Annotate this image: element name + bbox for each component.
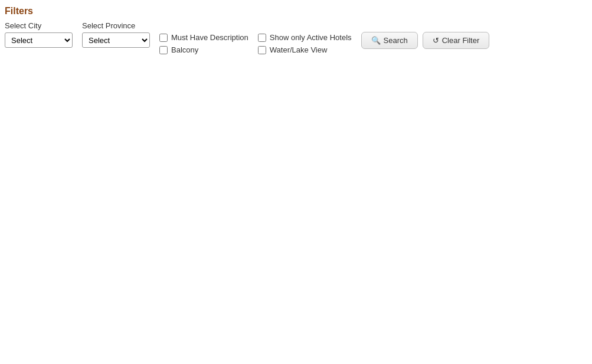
refresh-icon: ↺ <box>433 36 439 45</box>
balcony-label: Balcony <box>171 45 198 54</box>
balcony-checkbox-item[interactable]: Balcony <box>159 45 248 54</box>
province-select[interactable]: Select <box>82 32 150 48</box>
search-button-label: Search <box>384 36 408 45</box>
must-have-description-checkbox-item[interactable]: Must Have Description <box>159 33 248 42</box>
search-button[interactable]: 🔍 Search <box>361 32 418 49</box>
city-label: Select City <box>5 21 73 30</box>
water-lake-view-label: Water/Lake View <box>270 45 328 54</box>
city-filter-group: Select City Select <box>5 21 73 48</box>
province-label: Select Province <box>82 21 150 30</box>
city-select[interactable]: Select <box>5 32 73 48</box>
checkboxes-left-group: Must Have Description Balcony <box>159 21 248 54</box>
balcony-checkbox[interactable] <box>159 46 168 54</box>
water-lake-view-checkbox[interactable] <box>258 46 266 54</box>
filters-title: Filters <box>5 6 587 17</box>
show-active-hotels-checkbox[interactable] <box>258 34 266 42</box>
water-lake-view-checkbox-item[interactable]: Water/Lake View <box>258 45 352 54</box>
checkboxes-right-group: Show only Active Hotels Water/Lake View <box>258 21 352 54</box>
show-active-hotels-label: Show only Active Hotels <box>270 33 352 42</box>
filters-container: Filters Select City Select Select Provin… <box>0 0 592 60</box>
must-have-description-label: Must Have Description <box>171 33 248 42</box>
province-filter-group: Select Province Select <box>82 21 150 48</box>
filters-row: Select City Select Select Province Selec… <box>5 21 587 54</box>
search-icon: 🔍 <box>371 36 381 45</box>
clear-filter-button[interactable]: ↺ Clear Filter <box>423 32 490 49</box>
action-buttons-group: 🔍 Search ↺ Clear Filter <box>361 21 490 49</box>
clear-filter-button-label: Clear Filter <box>442 36 480 45</box>
must-have-description-checkbox[interactable] <box>159 34 168 42</box>
show-active-hotels-checkbox-item[interactable]: Show only Active Hotels <box>258 33 352 42</box>
